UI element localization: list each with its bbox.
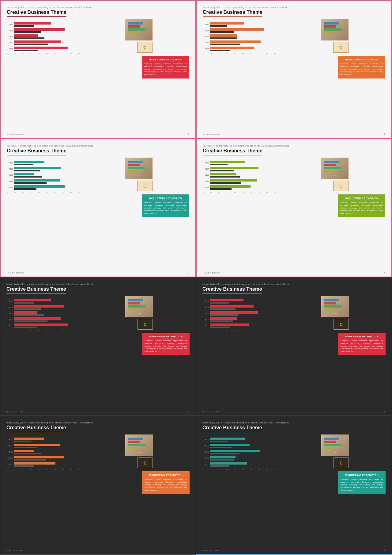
logo-badge: C — [138, 457, 153, 468]
x-axis: 0102030405060708090 — [7, 53, 80, 55]
slide-5: Interactively utilize resource maximizin… — [0, 277, 196, 416]
slide-inner: Interactively utilize resource maximizin… — [0, 278, 196, 415]
x-axis-label: 40 — [38, 468, 40, 470]
x-axis-label: 60 — [54, 468, 56, 470]
slide-inner: Interactively utilize resource maximizin… — [197, 1, 391, 138]
bar-accent — [14, 456, 64, 458]
bar-container — [210, 456, 276, 460]
x-axis-label: 10 — [210, 53, 212, 55]
x-axis-label: 60 — [250, 468, 252, 470]
bar-row: 2014 — [203, 167, 276, 171]
bar-accent — [14, 450, 34, 452]
logo-badge: C — [138, 319, 153, 330]
slide-image: chart — [321, 158, 349, 179]
x-axis: 0102030405060708090 — [203, 53, 276, 55]
x-axis-label: 20 — [218, 191, 220, 193]
x-axis-label: 0 — [202, 330, 203, 331]
slide-inner: Interactively utilize resource maximizin… — [0, 416, 196, 554]
slide-subtitle: Interactively utilize resource maximizin… — [6, 283, 190, 285]
x-axis-label: 10 — [14, 53, 16, 55]
bar-dark — [210, 447, 232, 448]
bar-accent — [210, 456, 236, 458]
chart-area: 2015 2014 2013 — [202, 299, 276, 331]
slide-footer: NIVADA THEME 7 — [6, 549, 190, 552]
bar-row: 2015 — [203, 161, 276, 165]
bar-year-label: 2012 — [6, 319, 13, 320]
footer-brand: NIVADA THEME — [7, 133, 24, 135]
bar-year-label: 2015 — [6, 300, 13, 302]
x-axis-label: 10 — [210, 468, 212, 470]
bar-row: 2012 — [203, 40, 276, 45]
bar-accent — [14, 323, 68, 326]
bar-dark — [14, 170, 40, 171]
bar-dark — [14, 302, 34, 304]
bar-dark — [210, 320, 233, 322]
slide-grid: Interactively utilize resource maximizin… — [0, 0, 392, 555]
bar-container — [14, 317, 80, 322]
bar-year-label: 2012 — [202, 457, 209, 459]
info-box-text: Competely unleash frictionless opportuni… — [340, 63, 383, 76]
slide-inner: Interactively utilize resource maximizin… — [196, 416, 392, 554]
slide-title: Creative Business Theme — [202, 425, 262, 432]
info-box-text: Competely unleash frictionless opportuni… — [144, 63, 187, 76]
footer-brand: NIVADA THEME — [7, 272, 24, 274]
slide-subtitle: Interactively utilize resource maximizin… — [6, 422, 190, 424]
bar-accent — [14, 305, 64, 308]
logo-badge: C — [334, 319, 349, 330]
x-axis-label: 30 — [30, 191, 32, 193]
bar-accent — [210, 317, 237, 320]
bar-container — [14, 173, 80, 177]
slide-subtitle: Interactively utilize resource maximizin… — [202, 422, 386, 424]
footer-brand: NIVADA THEME — [202, 411, 220, 413]
bar-dark — [210, 302, 229, 304]
info-box: MARKETING PROMOTION Competely unleash fr… — [338, 56, 385, 78]
bar-accent — [210, 34, 237, 37]
bar-dark — [14, 44, 48, 45]
bar-year-label: 2013 — [6, 312, 13, 314]
bar-accent — [210, 40, 261, 43]
x-axis-label: 90 — [78, 330, 80, 331]
bar-row: 2014 — [6, 305, 80, 309]
bar-container — [210, 323, 276, 328]
x-axis-label: 40 — [234, 330, 236, 331]
bar-accent — [14, 317, 61, 320]
slide-image: chart — [125, 296, 153, 317]
bar-year-label: 2015 — [203, 23, 209, 25]
footer-page: 1 — [188, 133, 189, 136]
bar-dark — [14, 459, 46, 461]
x-axis-label: 40 — [234, 468, 236, 470]
bar-container — [14, 185, 80, 189]
bar-row: 2013 — [202, 450, 276, 454]
bar-accent — [14, 185, 65, 188]
bar-container — [14, 450, 80, 454]
bar-year-label: 2012 — [203, 180, 209, 182]
footer-page: 2 — [384, 133, 385, 136]
bar-dark — [210, 44, 240, 45]
bar-year-label: 2014 — [7, 168, 13, 170]
bar-dark — [14, 188, 36, 190]
bar-container — [14, 462, 80, 466]
bar-accent — [14, 47, 68, 49]
bar-container — [210, 450, 276, 454]
bar-container — [210, 317, 276, 322]
bar-row: 2015 — [202, 299, 276, 303]
bar-container — [210, 311, 276, 316]
bar-dark — [210, 314, 238, 316]
bar-year-label: 2014 — [6, 306, 13, 308]
bar-row: 2012 — [6, 317, 80, 322]
bar-row: 2015 — [203, 22, 276, 26]
chart-area: 2015 2014 2013 — [7, 22, 80, 55]
x-axis-label: 0 — [7, 53, 8, 55]
x-axis-label: 80 — [70, 53, 72, 55]
bar-container — [14, 161, 80, 165]
x-axis-label: 70 — [62, 53, 64, 55]
footer-brand: NIVADA THEME — [203, 133, 220, 135]
bar-dark — [14, 182, 47, 184]
bar-container — [210, 179, 276, 183]
bar-year-label: 2011 — [202, 463, 209, 465]
chart-area: 2015 2014 2013 — [203, 22, 276, 55]
x-axis-label: 20 — [22, 468, 24, 470]
bar-row: 2012 — [7, 40, 80, 45]
bar-accent — [14, 161, 44, 163]
bar-dark — [210, 327, 230, 328]
